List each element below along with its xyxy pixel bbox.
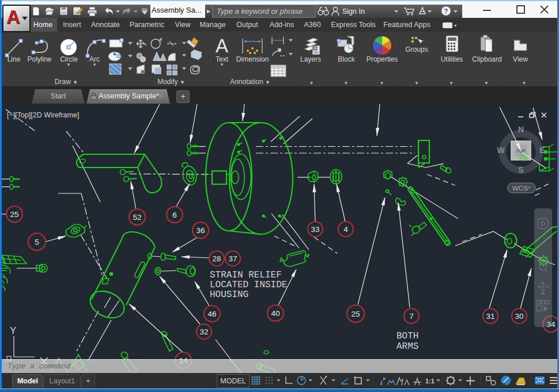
svg-text:25: 25: [10, 210, 18, 219]
svg-text:5: 5: [35, 238, 39, 246]
svg-text:?: ?: [444, 7, 448, 16]
svg-text:HOUSING: HOUSING: [210, 290, 248, 300]
svg-text:25: 25: [351, 310, 360, 318]
svg-text:Sign In: Sign In: [342, 7, 365, 16]
svg-text:BOTH: BOTH: [396, 331, 418, 341]
svg-text:7: 7: [409, 312, 414, 321]
svg-text:33: 33: [311, 225, 319, 234]
svg-text:WCS: WCS: [512, 185, 528, 192]
svg-text:37: 37: [228, 254, 237, 263]
svg-text:STRAIN RELIEF: STRAIN RELIEF: [210, 270, 282, 280]
svg-text:1:1: 1:1: [425, 378, 435, 385]
svg-text:N: N: [518, 125, 524, 134]
svg-text:W: W: [497, 146, 505, 155]
svg-text:6: 6: [172, 211, 177, 219]
svg-text:32: 32: [199, 328, 208, 336]
svg-text:31: 31: [486, 312, 494, 321]
svg-text:40: 40: [271, 309, 280, 318]
svg-text:[−][Top][2D Wireframe]: [−][Top][2D Wireframe]: [7, 111, 79, 119]
svg-text:LOCATED INSIDE: LOCATED INSIDE: [210, 280, 287, 290]
svg-text:S: S: [518, 165, 523, 174]
svg-text:52: 52: [133, 213, 141, 222]
svg-text:Y: Y: [10, 325, 16, 336]
svg-text:30: 30: [515, 312, 523, 321]
svg-text:4: 4: [343, 225, 348, 234]
svg-text:36: 36: [196, 226, 205, 235]
svg-text:TOP: TOP: [516, 149, 526, 154]
svg-text:ARMS: ARMS: [396, 341, 418, 352]
svg-text:28: 28: [212, 254, 221, 263]
svg-text:46: 46: [207, 310, 216, 318]
svg-text:E: E: [539, 146, 545, 155]
